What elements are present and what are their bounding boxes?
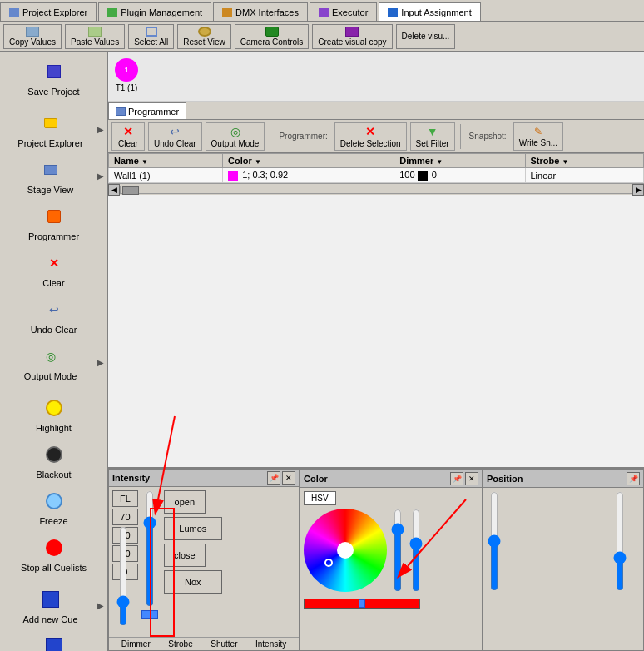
col-dimmer[interactable]: Dimmer ▼ bbox=[394, 154, 525, 168]
position-pin-button[interactable]: 📌 bbox=[627, 472, 640, 485]
bottom-panels: Intensity 📌 ✕ FL 70 50 30 0 bbox=[108, 468, 644, 651]
col-strobe[interactable]: Strobe ▼ bbox=[525, 154, 644, 168]
freeze-icon bbox=[46, 493, 62, 509]
sidebar-item-clear[interactable]: ✕ Clear bbox=[4, 246, 104, 291]
prog-set-filter-button[interactable]: ▼ Set Filter bbox=[410, 122, 455, 151]
sidebar-item-add-preset[interactable]: Add Preset bbox=[4, 629, 104, 651]
color-swatch bbox=[228, 171, 238, 181]
strobe-slider[interactable] bbox=[116, 526, 130, 626]
color-panel: Color 📌 ✕ HSV bbox=[300, 469, 483, 651]
intensity-bottom-labels: Dimmer Strobe Shutter Intensity bbox=[109, 637, 299, 650]
color-content: HSV bbox=[300, 488, 482, 650]
cell-dimmer: 100 0 bbox=[394, 168, 525, 183]
fixture-item[interactable]: 1 T1 (1) bbox=[115, 58, 138, 92]
input-assignment-icon bbox=[388, 8, 398, 17]
sidebar-item-stage-view[interactable]: Stage View bbox=[4, 153, 97, 198]
slider-area: open Lumos close Nox bbox=[141, 490, 295, 634]
select-all-icon bbox=[146, 27, 157, 37]
sidebar: Save Project Project Explorer ▶ Stage Vi… bbox=[0, 52, 108, 651]
intensity-close-button[interactable]: ✕ bbox=[282, 471, 295, 485]
scroll-right-arrow[interactable]: ▶ bbox=[632, 184, 644, 196]
tab-dmx-interfaces[interactable]: DMX Interfaces bbox=[213, 2, 308, 21]
top-tab-bar: Project Explorer Plugin Management DMX I… bbox=[0, 0, 644, 22]
close-button[interactable]: close bbox=[164, 544, 206, 567]
clear-icon: ✕ bbox=[49, 256, 59, 270]
prog-delete-selection-button[interactable]: ✕ Delete Selection bbox=[334, 122, 407, 151]
scroll-left-arrow[interactable]: ◀ bbox=[108, 184, 120, 196]
dmx-icon bbox=[222, 8, 232, 17]
prog-output-mode-button[interactable]: ◎ Output Mode bbox=[206, 122, 265, 151]
dimmer-slider[interactable] bbox=[141, 490, 158, 607]
col-color[interactable]: Color ▼ bbox=[223, 154, 394, 168]
sidebar-item-project-explorer[interactable]: Project Explorer bbox=[4, 107, 97, 152]
scroll-track[interactable] bbox=[120, 186, 632, 194]
tab-plugin-management[interactable]: Plugin Management bbox=[98, 2, 211, 21]
sidebar-item-blackout[interactable]: Blackout bbox=[4, 438, 104, 483]
prog-write-sn-button[interactable]: ✎ Write Sn... bbox=[513, 122, 564, 151]
hue-slider[interactable] bbox=[304, 599, 420, 609]
cell-name: Wall1 (1) bbox=[109, 168, 223, 183]
nox-button[interactable]: Nox bbox=[164, 570, 222, 594]
camera-icon bbox=[265, 27, 279, 37]
table-row[interactable]: Wall1 (1) 1; 0.3; 0.92 100 0 Linear bbox=[109, 168, 644, 183]
intensity-pin-button[interactable]: 📌 bbox=[267, 471, 280, 485]
sidebar-item-output-mode-row: ◎ Output Mode ▶ bbox=[4, 340, 104, 385]
select-all-button[interactable]: Select All bbox=[128, 24, 174, 49]
dimmer-slider-container bbox=[141, 490, 158, 619]
prog-undo-clear-button[interactable]: ↩ Undo Clear bbox=[148, 122, 202, 151]
col-name[interactable]: Name ▼ bbox=[109, 154, 223, 168]
intensity-fl-button[interactable]: FL bbox=[112, 490, 138, 507]
project-explorer-icon bbox=[9, 8, 19, 17]
color-wheel-area bbox=[304, 509, 478, 592]
tab-input-assignment[interactable]: Input Assignment bbox=[379, 2, 480, 21]
blackout-icon bbox=[46, 446, 62, 463]
horizontal-scrollbar[interactable]: ◀ ▶ bbox=[108, 183, 644, 195]
undo-icon: ↩ bbox=[49, 303, 59, 316]
color-pin-button[interactable]: 📌 bbox=[450, 472, 463, 485]
brightness-slider[interactable] bbox=[390, 509, 405, 592]
prog-delete-icon: ✕ bbox=[365, 125, 375, 138]
intensity-70-button[interactable]: 70 bbox=[112, 509, 138, 525]
sidebar-item-stop-all[interactable]: Stop all Cuelists bbox=[4, 531, 104, 576]
intensity-panel-controls: 📌 ✕ bbox=[267, 471, 295, 485]
sidebar-item-freeze[interactable]: Freeze bbox=[4, 485, 104, 529]
fixture-label: T1 (1) bbox=[116, 83, 138, 92]
lumos-button[interactable]: Lumos bbox=[164, 517, 222, 540]
tilt-slider[interactable] bbox=[612, 491, 627, 591]
copy-values-button[interactable]: Copy Values bbox=[3, 24, 62, 49]
scroll-thumb[interactable] bbox=[122, 186, 139, 195]
color-panel-header: Color 📌 ✕ bbox=[300, 470, 482, 488]
paste-values-button[interactable]: Paste Values bbox=[65, 24, 125, 49]
reset-view-button[interactable]: Reset View bbox=[177, 24, 230, 49]
create-visual-copy-button[interactable]: Create visual copy bbox=[312, 24, 392, 49]
intensity-content: FL 70 50 30 0 ope bbox=[109, 487, 299, 637]
color-wheel[interactable] bbox=[304, 509, 387, 592]
hsv-tab[interactable]: HSV bbox=[304, 491, 336, 505]
delete-visual-button[interactable]: Delete visu... bbox=[396, 24, 456, 49]
position-sliders bbox=[487, 491, 502, 647]
color-wheel-container[interactable] bbox=[304, 509, 387, 592]
pan-slider[interactable] bbox=[487, 491, 502, 591]
programmer-tab-icon bbox=[116, 107, 126, 116]
color-close-button[interactable]: ✕ bbox=[465, 472, 478, 485]
tab-executor[interactable]: Executor bbox=[310, 2, 377, 21]
sidebar-item-output-mode[interactable]: ◎ Output Mode bbox=[4, 340, 97, 385]
programmer-tab[interactable]: Programmer bbox=[108, 102, 186, 119]
saturation-slider[interactable] bbox=[409, 509, 424, 592]
sidebar-item-highlight[interactable]: Highlight bbox=[4, 391, 104, 436]
strobe-slider-area bbox=[116, 526, 130, 626]
camera-controls-button[interactable]: Camera Controls bbox=[235, 24, 310, 49]
tab-project-explorer[interactable]: Project Explorer bbox=[0, 2, 97, 21]
side-controls: open Lumos close Nox bbox=[164, 490, 222, 594]
stage-view-arrow: ▶ bbox=[97, 171, 104, 181]
open-button[interactable]: open bbox=[164, 490, 206, 514]
fixture-area: 1 T1 (1) bbox=[108, 52, 644, 102]
prog-clear-button[interactable]: ✕ Clear bbox=[111, 122, 145, 151]
sidebar-item-save-project[interactable]: Save Project bbox=[4, 55, 104, 100]
prog-output-icon: ◎ bbox=[230, 125, 240, 138]
sidebar-item-add-new-cue[interactable]: Add new Cue bbox=[4, 583, 97, 628]
sidebar-item-undo-clear[interactable]: ↩ Undo Clear bbox=[4, 293, 104, 338]
prog-undo-icon: ↩ bbox=[170, 125, 180, 138]
plugin-management-icon bbox=[107, 8, 117, 17]
sidebar-item-programmer[interactable]: Programmer bbox=[4, 200, 104, 245]
